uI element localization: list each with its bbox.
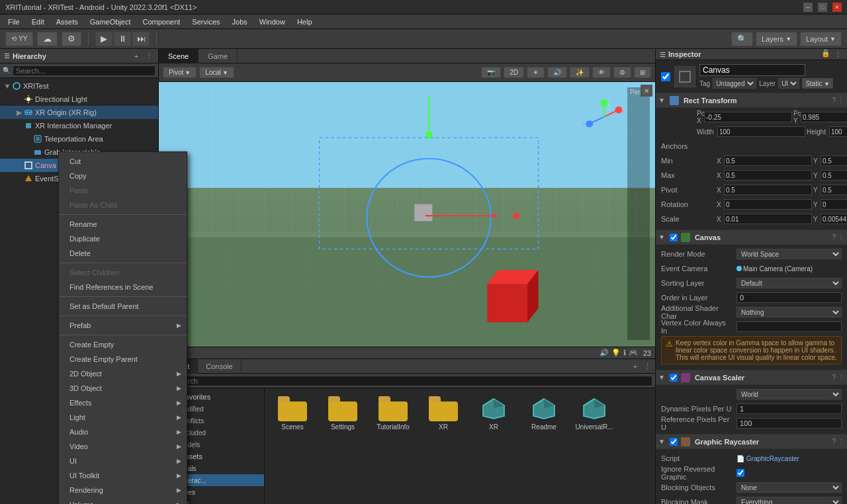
- ctx-duplicate[interactable]: Duplicate: [59, 231, 187, 246]
- static-button[interactable]: Static ▼: [802, 78, 833, 89]
- project-add-btn[interactable]: +: [630, 361, 641, 372]
- scalex-input[interactable]: [724, 214, 812, 224]
- pivot-button[interactable]: Pivot ▼: [163, 67, 197, 78]
- width-input[interactable]: [717, 126, 805, 137]
- hidden-btn[interactable]: 👁: [592, 67, 611, 78]
- vertex-color-input[interactable]: [736, 321, 842, 332]
- gameobject-name-field[interactable]: [699, 64, 805, 76]
- scene-ctrl-1[interactable]: ✕: [641, 85, 652, 97]
- asset-xr2[interactable]: XR: [471, 394, 516, 433]
- ctx-effects[interactable]: Effects ▶: [59, 396, 187, 410]
- tab-scene[interactable]: Scene: [159, 49, 199, 63]
- rt-more[interactable]: ⋮: [838, 97, 844, 104]
- anchorminy-input[interactable]: [821, 155, 847, 166]
- menu-edit[interactable]: Edit: [26, 17, 50, 27]
- render-mode-select[interactable]: World Space: [736, 249, 842, 259]
- tree-item-dirlight[interactable]: Directional Light: [0, 93, 158, 106]
- fx-btn[interactable]: ✨: [570, 67, 590, 78]
- ctx-audio[interactable]: Audio ▶: [59, 425, 187, 439]
- tree-item-xrmanager[interactable]: XR Interaction Manager: [0, 119, 158, 132]
- asset-xr1[interactable]: XR: [421, 394, 466, 433]
- hierarchy-add-button[interactable]: +: [131, 51, 142, 62]
- menu-assets[interactable]: Assets: [51, 17, 83, 27]
- settings-button[interactable]: ⚙: [62, 32, 81, 46]
- asset-universal[interactable]: UniversalR...: [572, 394, 617, 433]
- rect-transform-header[interactable]: ▼ Rect Transform ? ⋮: [656, 93, 847, 108]
- menu-gameobject[interactable]: GameObject: [85, 17, 136, 27]
- menu-jobs[interactable]: Jobs: [227, 17, 253, 27]
- roty-input[interactable]: [821, 199, 847, 210]
- menu-help[interactable]: Help: [292, 17, 318, 27]
- canvas-more[interactable]: ⋮: [838, 233, 844, 241]
- scene-view[interactable]: x y z Persp ✕: [159, 82, 655, 347]
- tree-item-teleport[interactable]: Teleportation Area: [0, 132, 158, 146]
- additional-shader-select[interactable]: Nothing: [736, 307, 842, 317]
- sorting-layer-select[interactable]: Default: [736, 278, 842, 288]
- raycaster-question[interactable]: ?: [832, 438, 836, 445]
- height-input[interactable]: [829, 126, 847, 137]
- minimize-button[interactable]: ─: [803, 3, 813, 12]
- extra-btn2[interactable]: ⊞: [634, 67, 651, 78]
- tree-item-xritest[interactable]: ▼ XRITest: [0, 79, 158, 93]
- ctx-2d-object[interactable]: 2D Object ▶: [59, 366, 187, 381]
- pivoty-input[interactable]: [821, 185, 847, 195]
- raycaster-more[interactable]: ⋮: [838, 438, 844, 445]
- hierarchy-search-input[interactable]: [13, 65, 156, 76]
- ctx-ui[interactable]: UI ▶: [59, 454, 187, 468]
- maximize-button[interactable]: □: [818, 3, 827, 12]
- lock-icon[interactable]: 🔒: [821, 49, 830, 60]
- cloud-button[interactable]: ☁: [37, 32, 58, 46]
- asset-tutorialinfo[interactable]: TutorialInfo: [371, 394, 416, 433]
- play-button[interactable]: ▶: [95, 32, 112, 46]
- tab-console[interactable]: Console: [198, 359, 241, 374]
- extra-btn1[interactable]: ⚙: [613, 67, 631, 78]
- ctx-create-empty[interactable]: Create Empty: [59, 337, 187, 352]
- ctx-rendering[interactable]: Rendering ▶: [59, 483, 187, 497]
- scaler-question[interactable]: ?: [832, 374, 836, 381]
- anchorminx-input[interactable]: [724, 155, 812, 166]
- pivotx-input[interactable]: [724, 185, 812, 195]
- ctx-cut[interactable]: Cut: [59, 154, 187, 169]
- step-button[interactable]: ⏭: [132, 32, 150, 46]
- asset-readme[interactable]: Readme: [521, 394, 566, 433]
- asset-scenes[interactable]: Scenes: [270, 394, 315, 433]
- blocking-mask-select[interactable]: Everything: [736, 497, 842, 504]
- scaler-enable-checkbox[interactable]: [670, 374, 678, 382]
- scaler-more[interactable]: ⋮: [838, 374, 844, 381]
- ctx-copy[interactable]: Copy: [59, 169, 187, 183]
- posx-input[interactable]: [704, 112, 792, 122]
- layer-select[interactable]: UI: [778, 78, 799, 89]
- rotx-input[interactable]: [724, 199, 812, 210]
- mode-2d-btn[interactable]: 2D: [504, 67, 524, 78]
- tag-select[interactable]: Untagged: [713, 78, 756, 89]
- gameobject-active-checkbox[interactable]: [661, 72, 670, 81]
- ctx-rename[interactable]: Rename: [59, 217, 187, 231]
- menu-services[interactable]: Services: [187, 17, 225, 27]
- ctx-uitoolkit[interactable]: UI Toolkit ▶: [59, 468, 187, 483]
- project-more-btn[interactable]: ⋮: [642, 361, 652, 372]
- ctx-set-default-parent[interactable]: Set as Default Parent: [59, 299, 187, 314]
- transform-mode-button[interactable]: ⟲ YY: [5, 32, 33, 46]
- tree-item-xrorigin[interactable]: ▶ XR Origin (XR Rig): [0, 106, 158, 119]
- inspector-more-btn[interactable]: ⋮: [832, 49, 843, 60]
- rt-question[interactable]: ?: [832, 97, 836, 104]
- layers-button[interactable]: Layers ▼: [756, 32, 797, 46]
- ui-scale-select[interactable]: World: [736, 389, 842, 399]
- anchormaxx-input[interactable]: [724, 170, 812, 181]
- lighting-btn[interactable]: ☀: [527, 67, 545, 78]
- ctx-delete[interactable]: Delete: [59, 246, 187, 261]
- menu-file[interactable]: File: [3, 17, 25, 27]
- ctx-find-refs[interactable]: Find References in Scene: [59, 280, 187, 294]
- hierarchy-more-button[interactable]: ⋮: [144, 51, 154, 62]
- ctx-prefab[interactable]: Prefab ▶: [59, 318, 187, 333]
- menu-window[interactable]: Window: [254, 17, 290, 27]
- tab-game[interactable]: Game: [199, 49, 238, 63]
- canvas-enable-checkbox[interactable]: [670, 233, 678, 241]
- order-in-layer-input[interactable]: [736, 292, 842, 303]
- local-button[interactable]: Local ▼: [199, 67, 234, 78]
- layout-button[interactable]: Layout ▼: [800, 32, 842, 46]
- raycaster-enable-checkbox[interactable]: [670, 438, 678, 446]
- ctx-volume[interactable]: Volume ▶: [59, 497, 187, 504]
- asset-settings[interactable]: Settings: [320, 394, 365, 433]
- menu-component[interactable]: Component: [137, 17, 185, 27]
